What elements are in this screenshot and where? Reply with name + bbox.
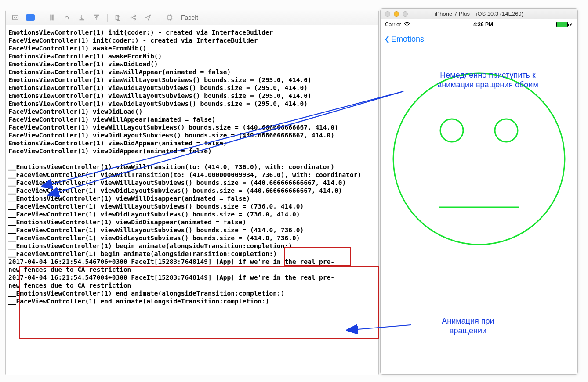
xcode-console-panel: FaceIt EmotionsViewController(1) init(co… <box>5 10 379 375</box>
console-toolbar: FaceIt <box>6 10 378 25</box>
carrier-label: Carrier <box>385 22 401 28</box>
svg-point-9 <box>134 18 135 20</box>
memory-graph-icon[interactable] <box>127 12 139 23</box>
divider <box>159 14 159 22</box>
simulator-title: iPhone 7 Plus – iOS 10.3 (14E269) <box>381 11 577 17</box>
ios-navbar: Emotions <box>381 30 577 49</box>
chevron-left-icon <box>384 35 390 44</box>
annotation-top: Немедленно приступить к анимации вращени… <box>404 70 571 90</box>
svg-point-11 <box>407 26 407 27</box>
pause-icon[interactable] <box>46 12 58 23</box>
back-button[interactable]: Emotions <box>384 35 424 44</box>
face-drawing <box>391 67 567 251</box>
svg-point-7 <box>131 17 132 18</box>
simulator-titlebar[interactable]: iPhone 7 Plus – iOS 10.3 (14E269) <box>381 9 577 19</box>
battery-icon <box>556 22 568 27</box>
svg-rect-10 <box>168 16 171 19</box>
svg-point-13 <box>440 119 463 142</box>
ios-status-bar: Carrier 4:26 PM ⚡︎ <box>381 19 577 30</box>
svg-point-8 <box>134 15 135 16</box>
dropdown-icon[interactable] <box>9 12 22 23</box>
wifi-icon <box>404 22 410 27</box>
svg-rect-4 <box>94 15 99 15</box>
svg-rect-1 <box>50 15 51 20</box>
console-output[interactable]: EmotionsViewController(1) init(coder:) -… <box>6 25 378 375</box>
charging-icon: ⚡︎ <box>570 22 573 28</box>
step-over-icon[interactable] <box>61 12 73 23</box>
status-time: 4:26 PM <box>473 22 493 28</box>
divider <box>41 14 41 22</box>
svg-point-12 <box>393 73 565 245</box>
step-out-icon[interactable] <box>91 12 103 23</box>
svg-point-14 <box>495 119 518 142</box>
back-label: Emotions <box>391 35 424 44</box>
annotation-bottom: Анимация при вращении <box>413 316 523 335</box>
location-icon[interactable] <box>142 12 154 23</box>
svg-rect-3 <box>80 19 84 20</box>
step-into-icon[interactable] <box>76 12 88 23</box>
svg-rect-2 <box>52 15 54 20</box>
view-debug-icon[interactable] <box>112 12 124 23</box>
scheme-name[interactable]: FaceIt <box>178 14 198 21</box>
tag-icon[interactable] <box>24 12 36 23</box>
divider <box>107 14 108 22</box>
processor-icon[interactable] <box>163 12 176 23</box>
svg-rect-0 <box>13 15 18 20</box>
